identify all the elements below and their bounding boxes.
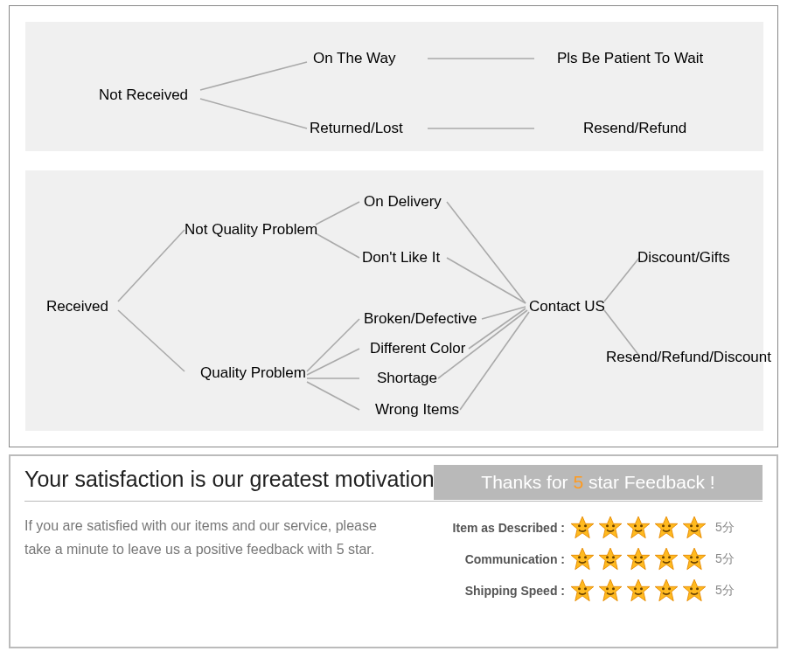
svg-point-22 bbox=[584, 524, 587, 527]
feedback-panel: Your satisfaction is our greatest motiva… bbox=[9, 454, 778, 648]
svg-marker-41 bbox=[627, 548, 650, 570]
svg-point-61 bbox=[668, 587, 671, 590]
svg-point-43 bbox=[640, 556, 643, 558]
node-broken-defective: Broken/Defective bbox=[364, 310, 477, 328]
star-icon bbox=[682, 547, 707, 572]
node-dont-like-it: Don't Like It bbox=[362, 249, 440, 267]
svg-marker-53 bbox=[599, 579, 622, 601]
thanks-banner: Thanks for 5 star Feedback ! bbox=[434, 465, 763, 500]
banner-prefix: Thanks for bbox=[481, 472, 573, 492]
svg-point-21 bbox=[578, 524, 581, 527]
flow-diagram-panel: Not Received On The Way Pls Be Patient T… bbox=[9, 5, 778, 447]
svg-point-60 bbox=[662, 587, 665, 590]
svg-point-27 bbox=[634, 524, 637, 527]
star-icon bbox=[570, 578, 595, 603]
node-contact-us: Contact US bbox=[529, 298, 605, 315]
svg-point-37 bbox=[584, 556, 587, 558]
rating-score: 5分 bbox=[715, 551, 735, 567]
star-icon bbox=[570, 547, 595, 572]
svg-point-45 bbox=[662, 556, 665, 558]
svg-point-57 bbox=[634, 587, 637, 590]
rating-row: Communication : 5分 bbox=[428, 547, 770, 572]
node-different-color: Different Color bbox=[370, 340, 465, 357]
node-on-the-way: On The Way bbox=[313, 50, 395, 67]
star-icon bbox=[654, 578, 679, 603]
svg-point-63 bbox=[690, 587, 693, 590]
svg-marker-44 bbox=[655, 548, 678, 570]
node-resend-refund-discount: Resend/Refund/Discount bbox=[606, 349, 771, 366]
svg-marker-56 bbox=[627, 579, 650, 601]
star-icon bbox=[626, 578, 651, 603]
svg-point-40 bbox=[612, 556, 615, 558]
svg-point-31 bbox=[668, 524, 671, 527]
divider bbox=[24, 501, 763, 502]
svg-point-54 bbox=[606, 587, 609, 590]
svg-point-58 bbox=[640, 587, 643, 590]
stars bbox=[570, 547, 707, 572]
svg-marker-50 bbox=[571, 579, 594, 601]
svg-point-24 bbox=[606, 524, 609, 527]
star-icon bbox=[598, 547, 623, 572]
node-resend-refund: Resend/Refund bbox=[583, 120, 686, 137]
node-not-received: Not Received bbox=[99, 87, 188, 104]
svg-marker-26 bbox=[627, 516, 650, 538]
node-pls-be-patient: Pls Be Patient To Wait bbox=[557, 50, 703, 67]
banner-five: 5 bbox=[573, 472, 583, 492]
rating-label: Item as Described : bbox=[428, 521, 570, 535]
star-icon bbox=[598, 578, 623, 603]
node-received: Received bbox=[46, 298, 108, 315]
svg-point-25 bbox=[612, 524, 615, 527]
svg-marker-35 bbox=[571, 548, 594, 570]
svg-marker-20 bbox=[571, 516, 594, 538]
rating-row: Item as Described : 5分 bbox=[428, 516, 770, 540]
svg-point-55 bbox=[612, 587, 615, 590]
svg-point-34 bbox=[696, 524, 699, 527]
svg-point-30 bbox=[662, 524, 665, 527]
star-icon bbox=[682, 578, 707, 603]
svg-marker-32 bbox=[683, 516, 706, 538]
rating-label: Shipping Speed : bbox=[428, 584, 570, 598]
svg-point-52 bbox=[584, 587, 587, 590]
feedback-body: If you are satisfied with our items and … bbox=[24, 514, 400, 561]
node-quality-problem: Quality Problem bbox=[200, 364, 306, 382]
star-icon bbox=[626, 547, 651, 572]
svg-point-46 bbox=[668, 556, 671, 558]
star-icon bbox=[682, 516, 707, 540]
svg-point-49 bbox=[696, 556, 699, 558]
node-returned-lost: Returned/Lost bbox=[310, 120, 403, 137]
node-wrong-items: Wrong Items bbox=[375, 401, 459, 419]
svg-marker-29 bbox=[655, 516, 678, 538]
stars bbox=[570, 578, 707, 603]
banner-suffix: star Feedback ! bbox=[583, 472, 715, 492]
svg-marker-23 bbox=[599, 516, 622, 538]
svg-marker-62 bbox=[683, 579, 706, 601]
star-icon bbox=[570, 516, 595, 540]
stars bbox=[570, 516, 707, 540]
svg-marker-59 bbox=[655, 579, 678, 601]
ratings-block: Item as Described : 5分 Communication : 5… bbox=[428, 516, 770, 610]
node-not-quality-problem: Not Quality Problem bbox=[185, 221, 317, 239]
star-icon bbox=[654, 547, 679, 572]
svg-marker-47 bbox=[683, 548, 706, 570]
svg-point-28 bbox=[640, 524, 643, 527]
svg-point-39 bbox=[606, 556, 609, 558]
svg-point-51 bbox=[578, 587, 581, 590]
star-icon bbox=[654, 516, 679, 540]
node-discount-gifts: Discount/Gifts bbox=[637, 249, 730, 267]
svg-point-36 bbox=[578, 556, 581, 558]
svg-point-42 bbox=[634, 556, 637, 558]
star-icon bbox=[598, 516, 623, 540]
svg-point-33 bbox=[690, 524, 693, 527]
rating-score: 5分 bbox=[715, 520, 735, 536]
svg-point-48 bbox=[690, 556, 693, 558]
svg-point-64 bbox=[696, 587, 699, 590]
rating-label: Communication : bbox=[428, 552, 570, 566]
node-shortage: Shortage bbox=[377, 370, 437, 387]
svg-marker-38 bbox=[599, 548, 622, 570]
rating-row: Shipping Speed : 5分 bbox=[428, 578, 770, 603]
star-icon bbox=[626, 516, 651, 540]
rating-score: 5分 bbox=[715, 583, 735, 599]
node-on-delivery: On Delivery bbox=[364, 193, 442, 211]
